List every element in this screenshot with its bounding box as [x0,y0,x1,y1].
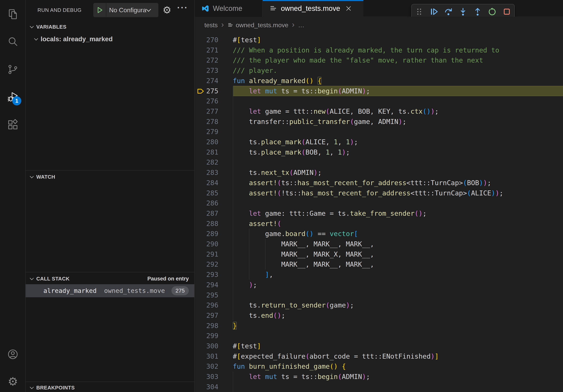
vscode-window: 1 ⚙ RUN AND DEBUG No Configura ⚙ ··· VAR… [0,0,563,392]
debug-continue-icon[interactable] [428,6,440,18]
extensions-icon[interactable] [7,119,19,131]
line-number[interactable]: 277 [195,106,218,117]
code-token: <ttt::TurnCap> [410,189,467,197]
line-number[interactable]: 273 [195,65,218,76]
line-number[interactable]: 297 [195,310,218,321]
line-number[interactable]: 303 [195,371,218,382]
toolbar-drag-handle[interactable] [413,6,425,18]
tab-label: Welcome [213,4,242,13]
code-editor[interactable]: 270#[test]271/// When a position is alre… [195,33,563,392]
line-number[interactable]: 295 [195,290,218,300]
line-number[interactable]: 274 [195,76,218,86]
start-debugging-icon[interactable] [93,3,106,17]
debug-config-label[interactable]: No Configura [109,7,146,14]
call-stack-section-header[interactable]: CALL STACK Paused on entry [26,274,194,283]
debug-step-over-icon[interactable] [442,6,455,18]
line-number[interactable]: 271 [195,45,218,55]
line-number[interactable]: 281 [195,147,218,157]
tab-owned-tests-move[interactable]: owned_tests.move [263,0,363,17]
line-number[interactable]: 270 [195,35,218,45]
debug-step-into-icon[interactable] [457,6,469,18]
line-number[interactable]: 279 [195,127,218,137]
code-token: ( [277,179,281,187]
code-token: { [342,362,346,370]
section-divider [26,381,194,382]
source-control-icon[interactable] [7,64,19,75]
line-number[interactable]: 292 [195,259,218,269]
code-token: MARK__, MARK__, MARK__, [233,240,374,248]
breadcrumb-folder[interactable]: tests [204,22,218,29]
line-number[interactable]: 291 [195,249,218,259]
code-token: ts. [233,148,261,156]
line-number[interactable]: 278 [195,117,218,127]
code-token: /// the player who made the "false" move… [233,56,483,64]
line-number[interactable]: 287 [195,208,218,219]
line-number[interactable]: 276 [195,96,218,106]
line-number[interactable]: 300 [195,341,218,351]
line-number[interactable]: 282 [195,157,218,167]
line-number[interactable]: 280 [195,137,218,147]
line-number[interactable]: 290 [195,239,218,249]
line-number[interactable]: 294 [195,280,218,290]
code-token: <ttt::TurnCap> [406,179,463,187]
search-icon[interactable] [7,36,19,47]
code-line: 286 [195,198,563,208]
line-number[interactable]: 275 [195,86,218,96]
variables-scope-locals[interactable]: locals: already_marked [26,34,194,44]
debug-restart-icon[interactable] [486,6,498,18]
line-number[interactable]: 298 [195,321,218,331]
line-number[interactable]: 285 [195,188,218,198]
breakpoints-section-header[interactable]: BREAKPOINTS [26,383,194,392]
code-token: !ts:: [281,189,301,197]
line-number[interactable]: 288 [195,219,218,229]
code-token: ALICE, BOB, KEY, ts. [330,107,410,115]
code-line-text: /// the player who made the "false" move… [233,55,483,65]
accounts-icon[interactable] [7,349,19,360]
code-token: ; [487,179,491,187]
code-line: 299 [195,331,563,341]
tab-welcome[interactable]: Welcome [195,0,263,17]
variables-section-header[interactable]: VARIABLES [26,22,194,32]
code-line: 282 [195,157,563,167]
code-token [261,87,265,95]
line-number[interactable]: 284 [195,178,218,188]
code-line-text: transfer::public_transfer(game, ADMIN); [233,117,406,127]
code-line-text: assert!( [233,219,281,229]
code-token: ; [422,209,426,217]
line-number[interactable]: 272 [195,55,218,65]
line-number[interactable]: 301 [195,351,218,361]
debug-stop-icon[interactable] [501,6,513,18]
line-number[interactable]: 283 [195,167,218,178]
call-stack-frame-row[interactable]: already_marked owned_tests.move 275 [26,284,194,297]
code-line: 285 assert!(!ts::has_most_recent_for_add… [195,188,563,198]
code-token [233,373,249,380]
settings-gear-icon[interactable]: ⚙ [6,375,20,389]
debug-settings-gear-icon[interactable]: ⚙ [163,3,171,17]
watch-section-header[interactable]: WATCH [26,172,194,182]
start-debugging-config-button[interactable]: No Configura [93,3,158,17]
close-icon[interactable] [345,5,352,12]
code-token: board [285,230,305,238]
breadcrumb-symbol-more[interactable]: … [298,22,304,29]
config-chevron-down-icon[interactable] [146,7,151,12]
code-token: mut [265,87,277,95]
line-number[interactable]: 286 [195,198,218,208]
line-number[interactable]: 289 [195,229,218,239]
code-token: ) [334,362,338,370]
code-token: 1 [334,138,338,146]
breadcrumb-file[interactable]: owned_tests.move [228,22,288,29]
code-token: ( [463,179,467,187]
code-token: game: ttt::Game = ts. [261,209,350,217]
line-number[interactable]: 302 [195,361,218,371]
code-token: has_most_recent_for_address [297,179,407,187]
views-more-actions-icon[interactable]: ··· [177,3,188,13]
explorer-icon[interactable] [7,9,19,20]
debug-step-out-icon[interactable] [472,6,484,18]
debug-session-badge: 1 [12,96,21,105]
line-number[interactable]: 304 [195,382,218,392]
line-number[interactable]: 293 [195,269,218,280]
section-divider [26,272,194,272]
line-number[interactable]: 299 [195,331,218,341]
move-file-icon [228,22,234,28]
line-number[interactable]: 296 [195,300,218,310]
